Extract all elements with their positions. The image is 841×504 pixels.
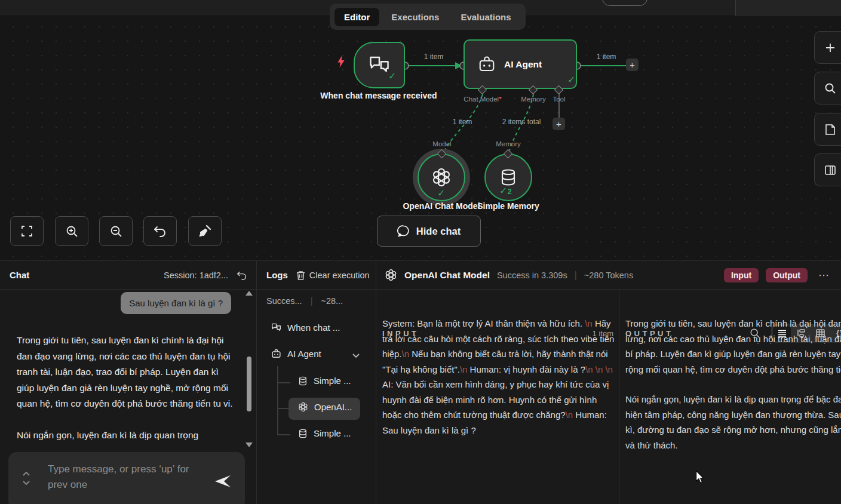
logs-panel-header: Logs Clear execution — [257, 261, 376, 290]
chat-title: Chat — [10, 270, 29, 280]
node-success-check-icon: ✓ — [567, 74, 575, 85]
memory-run-count-badge: ✓2 — [499, 185, 517, 196]
database-icon — [499, 168, 517, 186]
edge-count-label: 2 items total — [492, 118, 551, 126]
port-tool-label: Tool — [547, 96, 571, 103]
undo-button[interactable] — [143, 216, 177, 246]
agent-node-title: AI Agent — [504, 59, 542, 70]
sticky-note-rail-button[interactable] — [814, 113, 841, 146]
chat-bubbles-icon — [369, 56, 390, 75]
zoom-to-fit-button[interactable] — [10, 216, 44, 246]
prev-next-message-arrows[interactable] — [23, 471, 30, 485]
search-rail-button[interactable] — [814, 72, 841, 105]
hide-chat-label: Hide chat — [416, 226, 461, 237]
node-detail-panel: OpenAI Chat Model Success in 3.309s | ~2… — [376, 261, 841, 504]
add-node-button[interactable]: + — [626, 59, 639, 71]
node-success-check-icon: ✓ — [388, 70, 396, 82]
chat-bubble-icon — [397, 225, 410, 238]
mouse-cursor — [695, 471, 705, 484]
chevron-down-icon[interactable] — [352, 354, 360, 358]
add-tool-button[interactable]: + — [553, 118, 565, 130]
execution-tokens: ~28... — [321, 296, 343, 306]
save-button-fragment[interactable] — [602, 0, 647, 6]
chat-ai-message: Trong giới tu tiên, sau luyện đan kì chí… — [17, 333, 235, 443]
tree-guide-elbow — [277, 408, 290, 409]
chat-panel: Chat Session: 1adf2... Sau luyện đan kì … — [0, 261, 257, 504]
log-item-ai-agent[interactable]: AI Agent — [271, 349, 321, 359]
scrollbar-up-arrow[interactable] — [245, 291, 253, 296]
log-item-when-chat[interactable]: When chat ... — [271, 322, 340, 333]
openai-logo-icon — [431, 167, 452, 188]
trigger-pin-icon — [336, 55, 346, 68]
send-icon — [214, 474, 232, 489]
chevron-up-icon — [23, 471, 30, 476]
bottom-dock: Chat Session: 1adf2... Sau luyện đan kì … — [0, 260, 841, 504]
scrollbar-down-arrow[interactable] — [245, 442, 253, 447]
edge-count-label: 1 item — [588, 53, 624, 61]
chat-session-label: Session: 1adf2... — [164, 271, 228, 280]
n8n-workflow-editor: Editor Executions Evaluations ✓ When cha… — [0, 0, 841, 504]
model-port-label: Model — [424, 140, 460, 147]
detail-tokens: ~280 Tokens — [584, 271, 633, 280]
database-icon — [298, 429, 308, 438]
tab-executions[interactable]: Executions — [382, 8, 449, 26]
view-tabs: Editor Executions Evaluations — [330, 4, 526, 30]
tidy-up-button[interactable] — [188, 216, 222, 246]
execution-status: Succes... — [266, 296, 302, 306]
reset-session-icon[interactable] — [237, 271, 247, 280]
top-bar-right-section — [736, 0, 841, 16]
hide-chat-button[interactable]: Hide chat — [377, 216, 481, 247]
robot-icon — [478, 56, 496, 73]
node-ai-agent[interactable]: AI Agent ✓ — [464, 39, 577, 89]
tab-editor[interactable]: Editor — [334, 8, 379, 26]
chat-user-message: Sau luyện đan kì là gì ? — [121, 292, 231, 314]
clear-execution-button[interactable]: Clear execution — [296, 271, 370, 280]
log-item-simple-memory-2[interactable]: Simple ... — [298, 428, 351, 438]
add-node-rail-button[interactable] — [814, 31, 841, 64]
output-column: OUTPUT { } — [619, 290, 841, 504]
chevron-down-icon — [23, 481, 30, 485]
log-item-simple-memory-1[interactable]: Simple ... — [298, 376, 351, 386]
robot-icon — [271, 349, 281, 359]
chat-panel-header: Chat Session: 1adf2... — [0, 261, 257, 290]
chat-scrollbar[interactable] — [245, 291, 254, 447]
input-filter-button[interactable]: Input — [724, 268, 759, 282]
more-options-button[interactable]: ⋯ — [815, 269, 833, 282]
top-bar-divider — [735, 0, 736, 16]
clear-execution-label: Clear execution — [309, 271, 370, 280]
zoom-out-button[interactable] — [99, 216, 133, 246]
node-success-check-icon: ✓ — [437, 188, 445, 199]
port-chat-model-label: Chat Model* — [453, 96, 512, 103]
openai-logo-icon — [298, 402, 308, 412]
trash-icon — [296, 271, 305, 280]
split-panel-rail-button[interactable] — [814, 153, 841, 186]
detail-node-title: OpenAI Chat Model — [404, 270, 490, 281]
input-column: INPUT 1 item System: Bạn là một trợ lý A… — [376, 290, 619, 504]
detail-status: Success in 3.309s — [497, 271, 567, 280]
chat-input-box — [8, 452, 245, 504]
zoom-in-button[interactable] — [55, 216, 88, 246]
detail-panel-header: OpenAI Chat Model Success in 3.309s | ~2… — [376, 261, 841, 290]
send-message-button[interactable] — [214, 474, 232, 489]
trigger-node-label: When chat message received — [319, 91, 438, 100]
node-when-chat-message-received[interactable]: ✓ — [354, 42, 405, 88]
memory-node-label: Simple Memory — [458, 201, 559, 211]
output-text[interactable]: Trong giới tu tiên, sau luyện đan kì chí… — [625, 316, 841, 453]
execution-summary-row[interactable]: Succes... | ~28... — [266, 296, 343, 306]
logs-title: Logs — [266, 270, 288, 280]
tab-evaluations[interactable]: Evaluations — [451, 8, 520, 26]
edge-count-label: 1 item — [416, 53, 452, 61]
chat-message-input[interactable] — [47, 460, 211, 499]
input-json-text[interactable]: System: Bạn là một trợ lý AI thân thiện … — [382, 316, 615, 438]
port-memory-label: Memory — [515, 96, 551, 103]
openai-logo-icon — [385, 269, 397, 281]
chat-bubbles-icon — [271, 323, 281, 332]
scrollbar-thumb[interactable] — [247, 357, 251, 411]
output-filter-button[interactable]: Output — [766, 268, 808, 282]
tree-guide-elbow — [277, 434, 290, 435]
tree-guide-line — [277, 366, 278, 435]
log-item-openai-chat-model[interactable]: OpenAI... — [298, 402, 352, 412]
logs-panel: Logs Clear execution Succes... | ~28... … — [257, 261, 376, 504]
database-icon — [298, 376, 308, 386]
memory-port-label: Memory — [490, 140, 526, 147]
